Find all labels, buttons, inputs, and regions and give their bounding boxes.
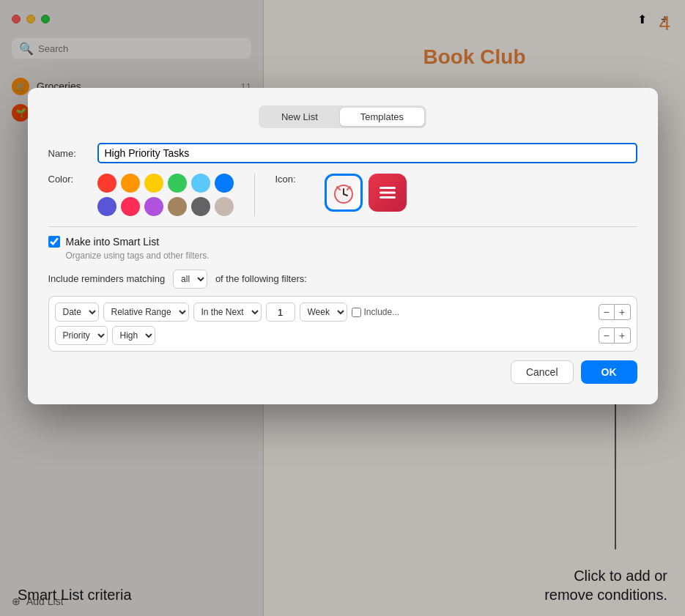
smart-list-checkbox[interactable] [48, 236, 60, 248]
color-grid [97, 174, 234, 216]
filter-field-date[interactable]: Date [55, 303, 99, 322]
filter-row-date: Date Relative Range In the Next Week Inc… [55, 303, 631, 322]
color-pink[interactable] [121, 197, 140, 216]
smart-list-label: Make into Smart List [66, 236, 160, 248]
modal-overlay: New List Templates Name: Color: [0, 0, 685, 616]
tab-group: New List Templates [259, 105, 426, 128]
filter-include-label: Include... [352, 307, 400, 317]
filter-high-select[interactable]: High [112, 326, 155, 345]
priority-filter-btn-group: − + [599, 327, 631, 344]
smart-list-description: Organize using tags and other filters. [66, 251, 637, 261]
svg-rect-8 [379, 196, 396, 198]
icon-list[interactable] [369, 174, 407, 212]
svg-rect-6 [379, 187, 396, 189]
filter-in-the-next[interactable]: In the Next [193, 303, 262, 322]
filter-row-priority: Priority High − + [55, 326, 631, 345]
color-brown[interactable] [168, 197, 187, 216]
remove-date-filter-button[interactable]: − [599, 304, 615, 320]
icon-label: Icon: [275, 174, 316, 185]
new-list-dialog: New List Templates Name: Color: [28, 88, 658, 404]
alarm-clock-icon [330, 179, 357, 206]
filter-field-priority[interactable]: Priority [55, 326, 108, 345]
tab-templates[interactable]: Templates [340, 108, 424, 126]
filter-include-checkbox[interactable] [352, 308, 361, 317]
filters-suffix: of the following filters: [215, 273, 307, 284]
name-row: Name: [48, 143, 637, 163]
ok-button[interactable]: OK [581, 360, 637, 384]
color-red[interactable] [97, 174, 116, 193]
tab-new-list[interactable]: New List [261, 108, 338, 126]
include-label-text: Include... [364, 307, 400, 317]
filters-header: Include reminders matching all of the fo… [48, 270, 637, 289]
list-icon [377, 182, 399, 204]
add-priority-filter-button[interactable]: + [615, 327, 631, 344]
svg-rect-7 [379, 192, 396, 194]
color-orange[interactable] [121, 174, 140, 193]
name-input[interactable] [97, 143, 637, 163]
name-label: Name: [48, 148, 89, 159]
remove-priority-filter-button[interactable]: − [599, 327, 615, 344]
date-filter-btn-group: − + [599, 304, 631, 320]
filter-week-select[interactable]: Week [300, 303, 347, 322]
filter-relative-range[interactable]: Relative Range [103, 303, 189, 322]
filter-number-input[interactable] [266, 303, 295, 322]
color-lightblue[interactable] [191, 174, 210, 193]
color-purple[interactable] [97, 197, 116, 216]
icon-alarm[interactable] [325, 174, 363, 212]
add-date-filter-button[interactable]: + [615, 304, 631, 320]
color-darkgray[interactable] [191, 197, 210, 216]
cancel-button[interactable]: Cancel [511, 360, 574, 384]
smart-list-row: Make into Smart List [48, 236, 637, 248]
filters-all-select[interactable]: all [173, 270, 207, 289]
color-green[interactable] [168, 174, 187, 193]
divider-1 [48, 226, 637, 227]
color-icon-separator [254, 174, 255, 216]
icon-section [325, 174, 407, 212]
action-buttons: Cancel OK [48, 360, 637, 384]
color-label: Color: [48, 174, 89, 185]
dialog-tabs: New List Templates [48, 105, 637, 128]
color-lightgray[interactable] [215, 197, 234, 216]
filter-rows-container: Date Relative Range In the Next Week Inc… [48, 296, 637, 352]
color-icon-row: Color: Icon: [48, 174, 637, 216]
color-yellow[interactable] [144, 174, 163, 193]
color-magenta[interactable] [144, 197, 163, 216]
color-blue[interactable] [215, 174, 234, 193]
filters-include-label: Include reminders matching [48, 273, 166, 284]
